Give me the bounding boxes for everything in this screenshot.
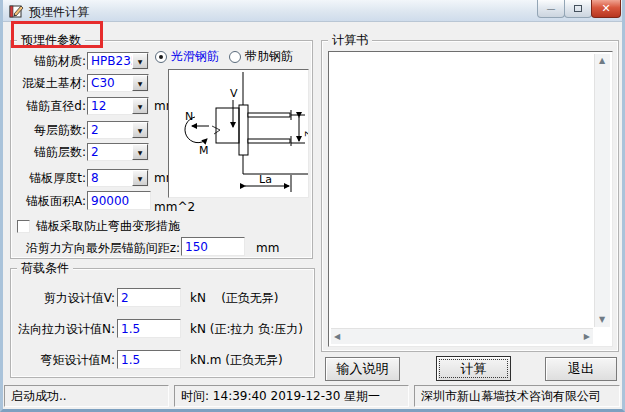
radio-smooth-rebar[interactable] <box>155 51 167 63</box>
outer-anchor-spacing-unit: mm <box>256 241 279 256</box>
input-help-button[interactable]: 输入说明 <box>325 357 400 381</box>
app-window: 预埋件计算 — ✕ 预埋件参数 光滑钢筋 带肋钢筋 锚筋材质: HPB235 ▼ <box>0 0 625 412</box>
group-title-loads: 荷载条件 <box>17 261 73 275</box>
outer-anchor-spacing-label: 沿剪力方向最外层锚筋间距z: <box>12 241 180 256</box>
radio-ribbed-rebar[interactable] <box>229 51 241 63</box>
anchor-diagram: V N M z La <box>168 69 309 198</box>
close-icon: ✕ <box>601 2 610 15</box>
radio-smooth-rebar-label[interactable]: 光滑钢筋 <box>171 48 219 65</box>
exit-button-label: 退出 <box>568 360 594 378</box>
anchor-diagram-drawing: V N M z La <box>169 70 308 197</box>
group-title-report: 计算书 <box>328 33 372 47</box>
radio-ribbed-rebar-label[interactable]: 带肋钢筋 <box>245 48 293 65</box>
shear-design-unit: kN (正负无异) <box>190 291 279 306</box>
moment-design-label: 弯矩设计值M: <box>12 353 115 368</box>
group-embedded-part-params: 预埋件参数 光滑钢筋 带肋钢筋 锚筋材质: HPB235 ▼ 混凝土基材: C3… <box>10 40 313 259</box>
diagram-label-z: z <box>302 131 308 137</box>
status-message: 启动成功.. <box>4 385 169 407</box>
outer-anchor-spacing-input[interactable] <box>181 237 245 256</box>
diagram-label-v: V <box>230 87 238 100</box>
input-help-button-label: 输入说明 <box>337 360 389 378</box>
diagram-label-n: N <box>185 110 193 123</box>
dialog-client-area: 预埋件参数 光滑钢筋 带肋钢筋 锚筋材质: HPB235 ▼ 混凝土基材: C3… <box>3 22 622 383</box>
calculate-button-label: 计算 <box>461 360 487 378</box>
moment-design-input[interactable] <box>117 350 181 369</box>
scroll-up-icon[interactable]: ▲ <box>599 57 605 65</box>
moment-design-unit: kN.m (正负无异) <box>190 353 283 368</box>
diagram-label-la: La <box>259 173 272 186</box>
bars-per-layer-value: 2 <box>91 123 99 137</box>
window-title: 预埋件计算 <box>29 4 89 21</box>
anchor-layers-dropdown[interactable]: 2 ▼ <box>87 143 149 161</box>
exit-button[interactable]: 退出 <box>545 357 617 381</box>
chevron-down-icon[interactable]: ▼ <box>132 144 148 160</box>
bars-per-layer-dropdown[interactable]: 2 ▼ <box>87 121 149 139</box>
minimize-button[interactable]: — <box>537 0 565 18</box>
chevron-down-icon[interactable]: ▼ <box>132 98 148 114</box>
horizontal-scrollbar[interactable]: ◀ ▶ <box>331 328 593 344</box>
concrete-grade-value: C30 <box>91 76 115 90</box>
rebar-type-radio-group: 光滑钢筋 带肋钢筋 <box>155 48 293 65</box>
bend-prevention-checkbox[interactable] <box>17 220 30 233</box>
window-controls: — ✕ <box>538 0 621 18</box>
anchor-diameter-value: 12 <box>91 99 106 113</box>
group-load-conditions: 荷载条件 剪力设计值V: kN (正负无异) 法向拉力设计值N: kN (正:拉… <box>10 268 315 378</box>
normal-tension-unit: kN (正:拉力 负:压力) <box>190 322 303 337</box>
anchor-layers-label: 锚筋层数: <box>12 145 86 160</box>
calculate-button[interactable]: 计算 <box>436 356 511 381</box>
anchor-material-label: 锚筋材质: <box>12 54 86 69</box>
scroll-left-icon[interactable]: ◀ <box>334 333 340 341</box>
concrete-grade-label: 混凝土基材: <box>12 76 86 91</box>
shear-design-input[interactable] <box>117 288 181 307</box>
bars-per-layer-label: 每层筋数: <box>12 123 86 138</box>
scroll-right-icon[interactable]: ▶ <box>584 333 590 341</box>
title-bar: 预埋件计算 — ✕ <box>3 0 622 22</box>
chevron-down-icon[interactable]: ▼ <box>132 75 148 91</box>
plate-area-label: 锚板面积A: <box>12 194 86 209</box>
plate-thickness-label: 锚板厚度t: <box>12 171 86 186</box>
bend-prevention-label[interactable]: 锚板采取防止弯曲变形措施 <box>36 219 180 234</box>
minimize-icon: — <box>547 4 556 14</box>
anchor-material-dropdown[interactable]: HPB235 ▼ <box>87 52 149 70</box>
report-textarea[interactable]: ▲ ▼ ◀ ▶ <box>328 51 613 347</box>
plate-thickness-dropdown[interactable]: 8 ▼ <box>87 169 149 187</box>
chevron-down-icon[interactable]: ▼ <box>132 122 148 138</box>
normal-tension-label: 法向拉力设计值N: <box>12 322 115 337</box>
plate-area-unit: mm^2 <box>154 200 195 215</box>
group-calculation-report: 计算书 ▲ ▼ ◀ ▶ <box>321 40 619 352</box>
status-bar: 启动成功.. 时间: 14:39:40 2019-12-30 星期一 深圳市新山… <box>3 383 622 409</box>
app-icon <box>8 3 24 19</box>
normal-tension-input[interactable] <box>117 319 181 338</box>
status-time: 时间: 14:39:40 2019-12-30 星期一 <box>174 385 409 407</box>
anchor-diameter-label: 锚筋直径d: <box>12 99 86 114</box>
group-title-params: 预埋件参数 <box>17 33 85 47</box>
maximize-icon <box>574 5 582 12</box>
chevron-down-icon[interactable]: ▼ <box>132 170 148 186</box>
plate-area-input[interactable] <box>87 191 151 210</box>
shear-design-label: 剪力设计值V: <box>12 291 115 306</box>
close-button[interactable]: ✕ <box>591 0 621 18</box>
diagram-label-m: M <box>199 144 209 157</box>
maximize-button[interactable] <box>564 0 592 18</box>
chevron-down-icon[interactable]: ▼ <box>132 53 148 69</box>
anchor-diameter-dropdown[interactable]: 12 ▼ <box>87 97 149 115</box>
vertical-scrollbar[interactable]: ▲ ▼ <box>594 54 610 327</box>
plate-thickness-value: 8 <box>91 171 99 185</box>
status-company-name: 深圳市新山幕墙技术咨询有限公司 <box>414 385 620 407</box>
scroll-down-icon[interactable]: ▼ <box>599 316 605 324</box>
concrete-grade-dropdown[interactable]: C30 ▼ <box>87 74 149 92</box>
anchor-layers-value: 2 <box>91 145 99 159</box>
